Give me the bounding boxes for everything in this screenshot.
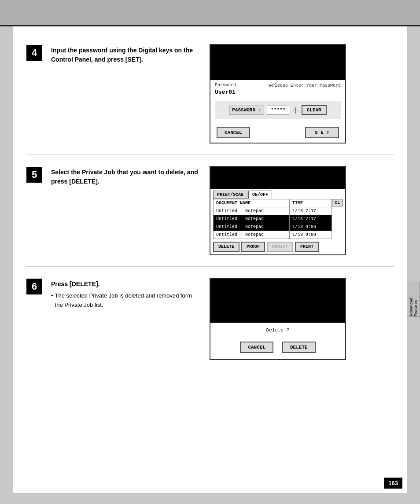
step-6-detail: The selected Private Job is deleted and …: [55, 291, 201, 310]
cl-button[interactable]: CL: [332, 199, 343, 206]
screen3-top-black: [210, 279, 345, 323]
step-5-text: Select the Private Job that you want to …: [51, 166, 201, 186]
divider-1: [26, 155, 394, 155]
doc-time-1: 1/13 7:17: [290, 207, 332, 215]
print-button[interactable]: PRINT: [295, 242, 319, 252]
screen1-password-label: Password: [215, 83, 236, 88]
screen1-set-button[interactable]: S E T: [305, 127, 339, 138]
step-6-text: Press [DELETE]. • The selected Private J…: [51, 278, 201, 310]
screen3-delete-button[interactable]: DELETE: [282, 342, 316, 353]
step-6-section: 6 Press [DELETE]. • The selected Private…: [13, 269, 407, 369]
doc-name-2: Untitled - Notepad: [214, 215, 290, 223]
screen1-top-black: [210, 45, 345, 80]
tab-on-off[interactable]: ON/OFF: [248, 191, 272, 199]
page-number: 163: [384, 478, 402, 489]
step-6-bullet: • The selected Private Job is deleted an…: [51, 291, 201, 310]
screen-password: Password ▶Please Enter Your Password Use…: [210, 44, 346, 143]
doc-time-2: 1/13 7:17: [290, 215, 332, 223]
table-row[interactable]: Untitled - Notepad 1/13 7:17: [214, 215, 332, 223]
screen2-tabs: PRINT/SCAN ON/OFF: [210, 189, 345, 199]
clear-button[interactable]: CLEAR: [302, 105, 327, 115]
screen1-line1: Password ▶Please Enter Your Password: [215, 83, 341, 88]
screen1-cancel-button[interactable]: CANCEL: [217, 127, 250, 138]
screen-delete-confirm: Delete ? CANCEL DELETE: [210, 278, 346, 360]
screen1-prompt: ▶Please Enter Your Password: [269, 83, 341, 88]
col-time-header: TIME: [290, 199, 332, 207]
screen3-question: Delete ?: [210, 323, 345, 337]
step-4-number: 4: [26, 45, 42, 61]
screen1-info: Password ▶Please Enter Your Password Use…: [210, 80, 345, 97]
step-5-section: 5 Select the Private Job that you want t…: [13, 157, 407, 264]
side-tab: Advanced Features: [407, 282, 420, 317]
screen3-cancel-button[interactable]: CANCEL: [240, 342, 273, 353]
screen1-password-row: PASSWORD : ***** ·|· CLEAR: [215, 101, 341, 119]
top-bar: [0, 0, 420, 26]
screen3-bottom-row: CANCEL DELETE: [210, 337, 345, 359]
screen2-action-row: DELETE PROOF MODIFY PRINT: [210, 239, 345, 254]
delete-button[interactable]: DELETE: [213, 242, 239, 252]
step-6-number: 6: [26, 279, 42, 294]
proof-button[interactable]: PROOF: [241, 242, 265, 252]
doc-name-1: Untitled - Notepad: [214, 207, 290, 215]
table-row[interactable]: Untitled - Notepad 1/13 9:09: [214, 231, 332, 239]
screen1-user: User01: [215, 89, 341, 96]
side-tab-text: Advanced Features: [409, 282, 418, 316]
doc-name-3: Untitled - Notepad: [214, 223, 290, 231]
tab-print-scan[interactable]: PRINT/SCAN: [213, 191, 247, 199]
table-row[interactable]: Untitled - Notepad 1/13 9:06: [214, 223, 332, 231]
doc-name-4: Untitled - Notepad: [214, 231, 290, 239]
screen1-bottom-row: CANCEL S E T: [210, 123, 345, 143]
screen1-pw-label: PASSWORD :: [229, 106, 264, 114]
bullet-dot: •: [51, 291, 53, 301]
step-6-sub-text: • The selected Private Job is deleted an…: [51, 291, 201, 310]
screen-doclist: PRINT/SCAN ON/OFF DOCUMENT NAME TIME Unt…: [210, 166, 346, 255]
doc-time-3: 1/13 9:06: [290, 223, 332, 231]
step-6-main-text: Press [DELETE].: [51, 280, 99, 287]
divider-2: [26, 266, 394, 267]
document-table: DOCUMENT NAME TIME Untitled - Notepad 1/…: [213, 199, 332, 239]
step-5-number: 5: [26, 167, 42, 183]
screen1-dot-sep: ·|·: [293, 107, 298, 114]
doc-time-4: 1/13 9:09: [290, 231, 332, 239]
table-container: DOCUMENT NAME TIME Untitled - Notepad 1/…: [210, 199, 345, 239]
table-row[interactable]: Untitled - Notepad 1/13 7:17: [214, 207, 332, 215]
step-4-text: Input the password using the Digital key…: [51, 44, 201, 64]
step-4-section: 4 Input the password using the Digital k…: [13, 35, 407, 152]
screen1-pw-value: *****: [267, 106, 289, 114]
page-content: 4 Input the password using the Digital k…: [13, 26, 407, 493]
modify-button[interactable]: MODIFY: [267, 242, 293, 252]
screen2-top-black: [210, 167, 345, 189]
col-name-header: DOCUMENT NAME: [214, 199, 290, 207]
